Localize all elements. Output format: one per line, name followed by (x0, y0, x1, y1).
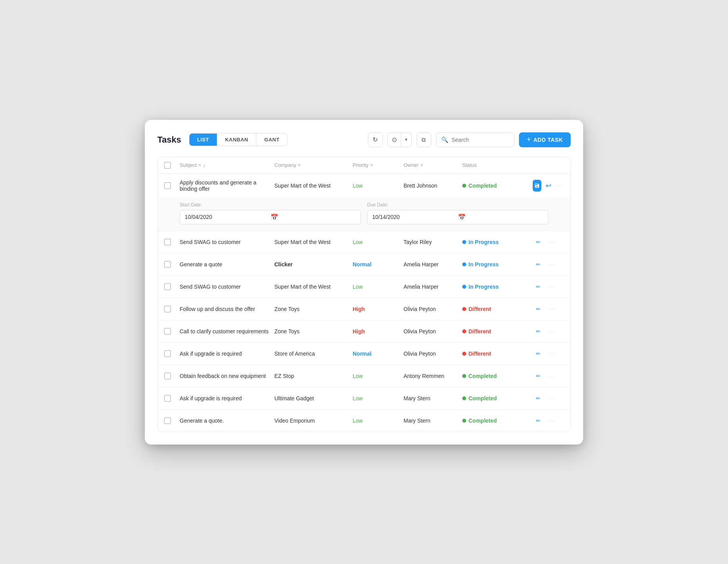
status-dot-10 (462, 419, 466, 423)
edit-button-2[interactable]: ✏ (533, 237, 544, 248)
task-company-2: Super Mart of the West (274, 239, 353, 245)
status-label-3: In Progress (469, 261, 499, 268)
save-icon (534, 183, 540, 188)
task-company-1: Super Mart of the West (274, 183, 353, 189)
task-priority-8: Low (353, 373, 404, 379)
row-checkbox-9[interactable] (164, 395, 180, 402)
status-label-5: Different (469, 306, 491, 312)
more-button-3[interactable]: ··· (547, 259, 558, 270)
priority-filter-icon[interactable]: ≡ (370, 162, 373, 168)
status-label-2: In Progress (469, 239, 499, 245)
edit-button-8[interactable]: ✏ (533, 371, 544, 381)
edit-button-9[interactable]: ✏ (533, 393, 544, 404)
select-all-checkbox[interactable] (164, 162, 171, 169)
save-button-1[interactable] (533, 180, 541, 192)
row-checkbox-5[interactable] (164, 306, 180, 313)
table-row: Generate a quote. Video Emporium Low Mar… (158, 410, 570, 432)
row-checkbox-2[interactable] (164, 239, 180, 246)
more-button-10[interactable]: ··· (547, 415, 558, 426)
task-priority-4: Low (353, 284, 404, 290)
edit-button-5[interactable]: ✏ (533, 304, 544, 315)
start-date-calendar-icon[interactable]: 📅 (270, 213, 356, 221)
add-task-button[interactable]: + ADD TASK (519, 132, 571, 147)
task-owner-3: Amelia Harper (404, 261, 462, 268)
more-button-4[interactable]: ··· (547, 281, 558, 292)
owner-filter-icon[interactable]: ≡ (420, 162, 423, 168)
edit-button-7[interactable]: ✏ (533, 348, 544, 359)
task-owner-1: Brett Johnson (404, 183, 462, 189)
due-date-calendar-icon[interactable]: 📅 (458, 213, 544, 221)
tab-list[interactable]: LIST (189, 134, 217, 146)
table-row: Call to clarify customer requirements Zo… (158, 320, 570, 343)
more-button-5[interactable]: ··· (547, 304, 558, 315)
sort-icon[interactable]: ↓ (203, 162, 205, 168)
task-status-10: Completed (462, 418, 533, 424)
task-owner-5: Olivia Peyton (404, 306, 462, 312)
task-subject-8: Obtain feedback on new equipment (180, 373, 274, 379)
task-company-7: Store of America (274, 351, 353, 357)
table-header: Subject ≡ ↓ Company ≡ Priority ≡ Owner ≡… (158, 157, 570, 174)
due-date-input[interactable]: 10/14/2020 📅 (367, 210, 548, 224)
row-checkbox-7[interactable] (164, 350, 180, 357)
refresh-button[interactable]: ↻ (368, 132, 383, 147)
more-button-9[interactable]: ··· (547, 393, 558, 404)
table-row: Send SWAG to customer Super Mart of the … (158, 231, 570, 253)
edit-button-3[interactable]: ✏ (533, 259, 544, 270)
task-status-8: Completed (462, 373, 533, 379)
edit-button-6[interactable]: ✏ (533, 326, 544, 337)
edit-button-10[interactable]: ✏ (533, 415, 544, 426)
status-label-9: Completed (469, 395, 497, 401)
history-button[interactable]: ⊙ (388, 133, 401, 147)
more-button-6[interactable]: ··· (547, 326, 558, 337)
status-label-10: Completed (469, 418, 497, 424)
start-date-label: Start Date: (180, 202, 361, 208)
row-checkbox-8[interactable] (164, 372, 180, 380)
history-dropdown-button[interactable]: ▾ (401, 133, 411, 147)
task-status-1: Completed (462, 183, 533, 189)
more-button-7[interactable]: ··· (547, 348, 558, 359)
status-dot-3 (462, 262, 466, 266)
row-checkbox-3[interactable] (164, 261, 180, 268)
tab-gant[interactable]: GANT (256, 134, 287, 146)
task-subject-7: Ask if upgrade is required (180, 351, 274, 357)
task-company-10: Video Emporium (274, 418, 353, 424)
start-date-input[interactable]: 10/04/2020 📅 (180, 210, 361, 224)
filter-icon[interactable]: ≡ (198, 162, 201, 168)
task-company-9: Ultimate Gadget (274, 395, 353, 401)
tab-kanban[interactable]: KANBAN (217, 134, 256, 146)
undo-button-1[interactable]: ↩ (544, 180, 553, 191)
row-checkbox-1[interactable] (164, 182, 180, 189)
task-owner-2: Taylor Riley (404, 239, 462, 245)
table-row: Apply discounts and generate a binding o… (158, 174, 570, 197)
view-tabs: LIST KANBAN GANT (189, 133, 288, 146)
chevron-down-icon: ▾ (405, 137, 407, 142)
status-label-8: Completed (469, 373, 497, 379)
row-actions-8: ✏ ··· (533, 371, 564, 381)
more-button-1[interactable]: ··· (556, 180, 564, 191)
row-actions-7: ✏ ··· (533, 348, 564, 359)
more-button-2[interactable]: ··· (547, 237, 558, 248)
more-button-8[interactable]: ··· (547, 371, 558, 381)
row-actions-10: ✏ ··· (533, 415, 564, 426)
status-dot-5 (462, 307, 466, 311)
row-checkbox-6[interactable] (164, 328, 180, 335)
row-actions-1: ↩ ··· (533, 180, 564, 192)
task-status-6: Different (462, 328, 533, 334)
copy-button[interactable]: ⧉ (416, 132, 431, 147)
table-row: Generate a quote Clicker Normal Amelia H… (158, 253, 570, 276)
row-checkbox-10[interactable] (164, 417, 180, 424)
col-subject-label: Subject (180, 162, 196, 168)
task-priority-9: Low (353, 395, 404, 401)
task-row-expanded-1: Apply discounts and generate a binding o… (158, 174, 570, 231)
task-company-8: EZ Stop (274, 373, 353, 379)
row-checkbox-4[interactable] (164, 283, 180, 290)
history-group: ⊙ ▾ (387, 132, 412, 147)
edit-button-4[interactable]: ✏ (533, 281, 544, 292)
col-status: Status (462, 162, 533, 168)
task-owner-7: Olivia Peyton (404, 351, 462, 357)
app-window: Tasks LIST KANBAN GANT ↻ ⊙ ▾ ⧉ 🔍 + (145, 120, 583, 445)
task-company-6: Zone Toys (274, 328, 353, 334)
company-filter-icon[interactable]: ≡ (298, 162, 301, 168)
search-input[interactable] (452, 137, 509, 143)
task-company-5: Zone Toys (274, 306, 353, 312)
